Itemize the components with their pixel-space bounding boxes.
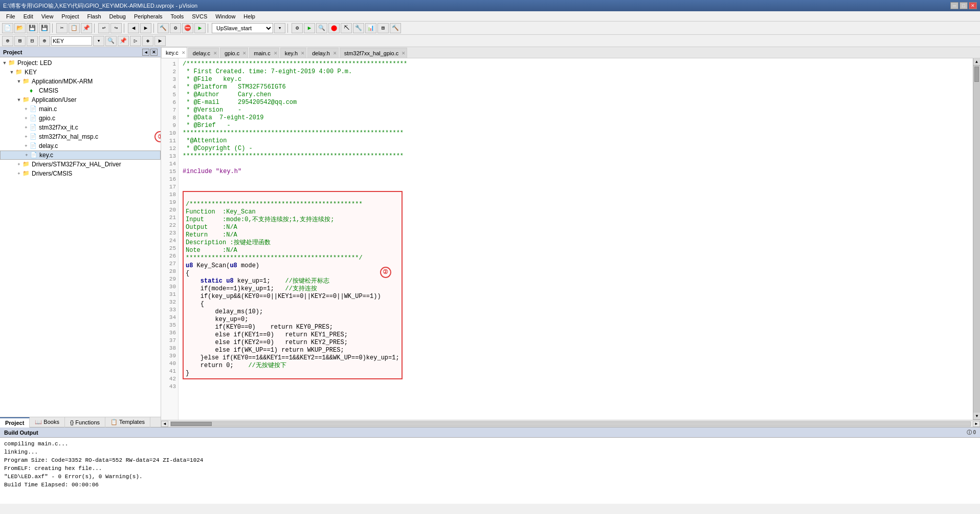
tab-books[interactable]: 📖 Books [30,417,65,427]
tab-delay-h[interactable]: delay.h ✕ [307,48,339,58]
tab-main-c[interactable]: main.c ✕ [249,48,279,58]
copy-btn[interactable]: 📋 [69,23,80,33]
scroll-thumb[interactable] [974,67,979,82]
tree-item-key[interactable]: ▼ 📁 KEY [0,68,161,77]
t2-search-btn[interactable]: ▾ [93,36,104,46]
search-btn[interactable]: 🔍 [316,23,327,33]
tab-gpio-c[interactable]: gpio.c ✕ [220,48,248,58]
close-icon[interactable]: ✕ [242,51,247,56]
tree-item-gpio-c[interactable]: + 📄 gpio.c [0,114,161,123]
hscroll-left-btn[interactable]: ◀ [161,421,168,427]
t2-btn3[interactable]: ⊟ [27,36,38,46]
panel-shrink-btn[interactable]: ◂ [142,49,149,56]
wrench-btn[interactable]: 🔨 [390,23,401,33]
build-btn[interactable]: 🔨 [158,23,169,33]
project-panel-title: Project [3,49,22,55]
menu-debug[interactable]: Debug [105,12,130,20]
new-btn[interactable]: 📄 [2,23,13,33]
project-panel-header: Project ◂ ✕ [0,47,161,57]
record-btn[interactable]: ⬤ [328,23,340,33]
tool4-btn[interactable]: 📊 [365,23,376,33]
t2-btn7[interactable]: ▷ [130,36,141,46]
code-content[interactable]: /***************************************… [179,58,973,420]
save-btn[interactable]: 💾 [27,23,38,33]
hscroll-thumb[interactable] [171,422,212,426]
paste-btn[interactable]: 📌 [81,23,92,33]
run-btn[interactable]: ▶ [194,23,206,33]
menu-tools[interactable]: Tools [167,12,188,20]
menu-svcs[interactable]: SVCS [188,12,211,20]
tree-item-it-c[interactable]: + 📄 stm32f7xx_it.c [0,123,161,132]
rebuild-btn[interactable]: ⚙ [170,23,181,33]
tree-item-msp-c[interactable]: + 📄 stm32f7xx_hal_msp.c ① [0,132,161,141]
hscrollbar[interactable]: ◀ ▶ [161,420,980,427]
tree-item-app-mdk[interactable]: ▼ 📁 Application/MDK-ARM [0,77,161,86]
close-icon[interactable]: ✕ [333,51,337,56]
tree-label: KEY [25,69,37,76]
menu-window[interactable]: Window [211,12,239,20]
stop-btn[interactable]: ⛔ [182,23,193,33]
debug-btn[interactable]: ▶ [304,23,315,33]
tree-item-main-c[interactable]: + 📄 main.c [0,104,161,114]
tree-item-app-user[interactable]: ▼ 📁 Application/User [0,95,161,104]
close-icon[interactable]: ✕ [182,50,186,55]
folder-icon: 📁 [8,59,16,67]
dropdown-arrow[interactable]: ▾ [274,23,285,33]
hscroll-track[interactable] [170,421,971,426]
close-icon[interactable]: ✕ [301,51,305,56]
menu-file[interactable]: File [2,12,19,20]
tool2-btn[interactable]: ⛏ [341,23,352,33]
maximize-button[interactable]: □ [960,2,968,9]
tab-functions[interactable]: {} Functions [65,417,105,427]
menu-help[interactable]: Help [239,12,259,20]
tree-item-cmsis[interactable]: ♦ CMSIS [0,86,161,95]
t2-btn2[interactable]: ⊞ [14,36,26,46]
annotation-1: ① [154,131,161,142]
tree-item-project-led[interactable]: ▼ 📁 Project: LED [0,58,161,68]
t2-btn5[interactable]: 🔍 [105,36,117,46]
menu-project[interactable]: Project [57,12,83,20]
t2-btn4[interactable]: ⊕ [39,36,50,46]
t2-btn8[interactable]: ◈ [142,36,153,46]
hscroll-right-btn[interactable]: ▶ [973,421,980,427]
menu-edit[interactable]: Edit [19,12,37,20]
grid-btn[interactable]: ⊞ [377,23,389,33]
back-btn[interactable]: ◀ [128,23,139,33]
tree-item-drivers-hal[interactable]: + 📁 Drivers/STM32F7xx_HAL_Driver [0,160,161,169]
scroll-down-btn[interactable]: ▼ [973,413,980,420]
close-icon[interactable]: ✕ [213,51,217,56]
redo-btn[interactable]: ↪ [110,23,122,33]
options-btn[interactable]: ⚙ [292,23,303,33]
vscrollbar[interactable]: ▲ ▼ [973,58,980,420]
panel-close-btn[interactable]: ✕ [150,49,158,56]
scroll-up-btn[interactable]: ▲ [973,58,980,66]
t2-btn1[interactable]: ⊕ [2,36,13,46]
t2-btn6[interactable]: 📌 [118,36,129,46]
tree-item-key-c[interactable]: + 📄 key.c [0,151,161,160]
close-icon[interactable]: ✕ [274,51,278,56]
tab-project[interactable]: Project [0,417,30,427]
tab-key-c[interactable]: key.c ✕ [161,47,187,58]
tab-stm-gpio[interactable]: stm32f7xx_hal_gpio.c ✕ [340,48,407,58]
tree-item-delay-c[interactable]: + 📄 delay.c [0,141,161,151]
search-input[interactable] [51,36,92,46]
target-dropdown[interactable]: UpSlave_start [212,23,273,33]
undo-btn[interactable]: ↩ [98,23,109,33]
close-icon[interactable]: ✕ [402,51,406,56]
fwd-btn[interactable]: ▶ [140,23,151,33]
tab-delay-c[interactable]: delay.c ✕ [188,48,219,58]
tool3-btn[interactable]: 🔧 [353,23,364,33]
tab-key-h[interactable]: key.h ✕ [280,48,306,58]
t2-btn9[interactable]: ▶ [154,36,166,46]
tree-item-drivers-cmsis[interactable]: + 📁 Drivers/CMSIS [0,169,161,178]
folder-icon: 📁 [23,78,31,85]
save-all-btn[interactable]: 💾 [39,23,50,33]
tab-templates[interactable]: 📋 Templates [105,417,150,427]
menu-view[interactable]: View [37,12,58,20]
menu-peripherals[interactable]: Peripherals [130,12,167,20]
menu-flash[interactable]: Flash [83,12,105,20]
minimize-button[interactable]: ─ [950,2,959,9]
cut-btn[interactable]: ✂ [56,23,68,33]
open-btn[interactable]: 📂 [14,23,26,33]
close-button[interactable]: ✕ [969,2,977,9]
